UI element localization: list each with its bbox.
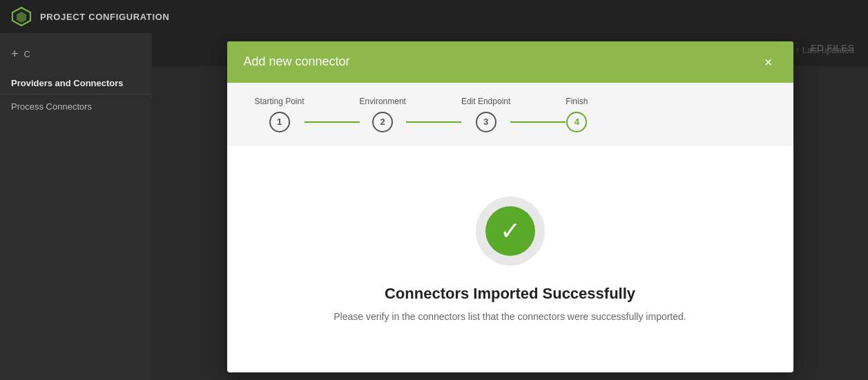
step-1: Starting Point 1 [255,97,305,132]
modal-body: ✓ Connectors Imported Successfully Pleas… [227,146,793,372]
success-desc: Please verify in the connectors list tha… [334,311,686,322]
sidebar-item-process-connectors[interactable]: Process Connectors [0,94,152,119]
step-container: Starting Point 1 Environment 2 [255,97,588,132]
checkmark-icon: ✓ [500,219,521,243]
step-2-circle: 2 [372,112,393,132]
sidebar: + C Providers and Connectors Process Con… [0,33,152,380]
modal-header: Add new connector × [227,41,793,83]
main-area: ↑ Last updated ED FILES Add new connecto… [152,33,868,380]
sidebar-nav-label: Providers and Connectors [0,67,152,94]
step-line-3 [510,121,566,123]
step-2: Environment 2 [360,97,406,132]
step-4: Finish 4 [566,97,588,132]
step-line-1 [305,121,360,123]
success-title: Connectors Imported Successfully [385,285,635,303]
add-label: C [24,49,30,59]
modal-overlay: Add new connector × Starting Point 1 [152,33,868,380]
step-1-label: Starting Point [255,97,305,106]
step-line-2 [406,121,461,123]
plus-icon: + [11,47,19,61]
step-4-label: Finish [566,97,588,106]
add-button[interactable]: + C [0,41,152,67]
top-bar: PROJECT CONFIGURATION [0,0,868,33]
app-title: PROJECT CONFIGURATION [40,12,169,22]
app-logo-icon [11,6,32,27]
step-3-label: Edit Endpoint [461,97,510,106]
sidebar-content: + C Providers and Connectors Process Con… [0,33,868,380]
app-shell: PROJECT CONFIGURATION + C Providers and … [0,0,868,380]
step-3: Edit Endpoint 3 [461,97,510,132]
svg-marker-1 [17,12,26,23]
step-1-circle: 1 [269,112,290,132]
step-4-circle: 4 [566,112,587,132]
success-icon-inner: ✓ [485,206,535,256]
step-3-circle: 3 [476,112,496,132]
step-2-label: Environment [360,97,406,106]
modal-close-button[interactable]: × [760,54,777,70]
modal-title: Add new connector [244,54,350,69]
stepper-area: Starting Point 1 Environment 2 [227,83,793,146]
success-icon-wrapper: ✓ [476,197,545,266]
modal: Add new connector × Starting Point 1 [227,41,793,372]
